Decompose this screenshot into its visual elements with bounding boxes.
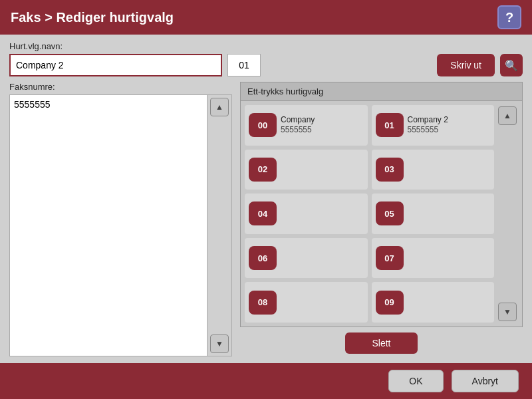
name-input[interactable] <box>9 54 222 76</box>
fax-list-container: 5555555 ▲ ▼ <box>9 94 232 356</box>
touch-btn-05[interactable]: 05 <box>376 201 404 225</box>
fax-scroll-up-button[interactable]: ▲ <box>210 98 229 116</box>
grid-scroll-down-button[interactable]: ▼ <box>498 303 517 321</box>
touch-fax-00: 5555555 <box>281 125 315 136</box>
touch-cell-01: 01 Company 2 5555555 <box>372 105 495 146</box>
touch-btn-08[interactable]: 08 <box>249 291 277 315</box>
touch-info-00: Company 5555555 <box>281 115 315 136</box>
footer: OK Avbryt <box>0 363 532 399</box>
grid-scroll-buttons: ▲ ▼ <box>497 105 518 323</box>
touch-btn-00[interactable]: 00 <box>249 113 277 137</box>
touch-cell-07: 07 <box>372 238 495 279</box>
number-input[interactable] <box>227 54 261 76</box>
touch-btn-03[interactable]: 03 <box>376 158 404 182</box>
touch-cell-08: 08 <box>245 282 368 323</box>
content-area: Hurt.vlg.navn: Skriv ut 🔍 Faksnumre: 555… <box>0 35 532 363</box>
touch-cell-03: 03 <box>372 150 495 190</box>
app-window: Faks > Rediger hurtigvalg ? Hurt.vlg.nav… <box>0 0 532 399</box>
help-icon: ? <box>505 10 513 25</box>
ok-button[interactable]: OK <box>388 370 443 392</box>
touch-btn-01[interactable]: 01 <box>376 113 404 137</box>
touch-info-01: Company 2 5555555 <box>408 115 448 136</box>
touch-btn-06[interactable]: 06 <box>249 246 277 270</box>
name-label: Hurt.vlg.navn: <box>9 41 523 51</box>
touch-cell-09: 09 <box>372 282 495 323</box>
main-row: Faksnumre: 5555555 ▲ ▼ Ett-trykks hurtig… <box>9 82 523 356</box>
touch-cell-05: 05 <box>372 194 495 234</box>
touch-btn-07[interactable]: 07 <box>376 246 404 270</box>
fax-list: 5555555 <box>10 95 207 356</box>
touch-cell-00: 00 Company 5555555 <box>245 105 368 146</box>
touch-company-00: Company <box>281 115 315 126</box>
page-title: Faks > Rediger hurtigvalg <box>11 10 174 25</box>
touch-cell-02: 02 <box>245 150 368 190</box>
help-button[interactable]: ? <box>497 5 521 29</box>
delete-button[interactable]: Slett <box>345 332 417 354</box>
top-row: Skriv ut 🔍 <box>9 54 523 76</box>
right-panel: Ett-trykks hurtigvalg 00 Company 5555555 <box>240 82 523 356</box>
title-bar: Faks > Rediger hurtigvalg ? <box>0 0 532 35</box>
left-panel: Faksnumre: 5555555 ▲ ▼ <box>9 82 232 356</box>
search-button[interactable]: 🔍 <box>500 54 523 76</box>
one-touch-grid-container: 00 Company 5555555 01 Company 2 5555555 <box>240 100 523 327</box>
touch-btn-09[interactable]: 09 <box>376 291 404 315</box>
one-touch-header: Ett-trykks hurtigvalg <box>240 82 523 100</box>
touch-btn-04[interactable]: 04 <box>249 201 277 225</box>
one-touch-grid: 00 Company 5555555 01 Company 2 5555555 <box>245 105 494 323</box>
fax-number-item[interactable]: 5555555 <box>14 99 203 110</box>
grid-scroll-up-button[interactable]: ▲ <box>498 106 517 125</box>
touch-btn-02[interactable]: 02 <box>249 158 277 182</box>
fax-scroll-down-button[interactable]: ▼ <box>210 334 229 353</box>
print-button[interactable]: Skriv ut <box>437 54 495 76</box>
fax-label: Faksnumre: <box>9 82 232 92</box>
fax-scroll-buttons: ▲ ▼ <box>207 95 231 356</box>
touch-fax-01: 5555555 <box>408 125 448 136</box>
touch-company-01: Company 2 <box>408 115 448 126</box>
touch-cell-06: 06 <box>245 238 368 279</box>
search-icon: 🔍 <box>505 59 518 72</box>
delete-row: Slett <box>240 327 523 356</box>
cancel-button[interactable]: Avbryt <box>452 370 519 392</box>
touch-cell-04: 04 <box>245 194 368 234</box>
scroll-spacer <box>498 125 517 303</box>
